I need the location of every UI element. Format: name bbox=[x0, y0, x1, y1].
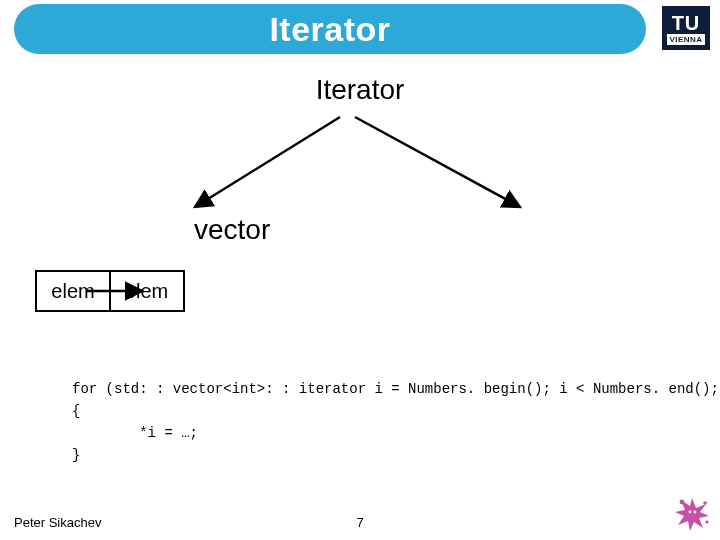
slide: Iterator TU VIENNA Iterator vector elem … bbox=[0, 0, 720, 540]
code-line: for (std: : vector<int>: : iterator i = … bbox=[72, 381, 720, 397]
vector-label: vector bbox=[194, 214, 270, 246]
title-bar: Iterator bbox=[14, 4, 646, 54]
svg-point-3 bbox=[680, 500, 685, 505]
code-block: for (std: : vector<int>: : iterator i = … bbox=[72, 378, 720, 466]
splat-icon bbox=[672, 494, 712, 534]
subtitle: Iterator bbox=[0, 74, 720, 106]
branch-arrows-icon bbox=[185, 112, 535, 212]
svg-point-5 bbox=[705, 520, 708, 523]
code-line: { bbox=[72, 403, 80, 419]
code-line: } bbox=[72, 447, 80, 463]
svg-line-0 bbox=[195, 117, 340, 207]
svg-point-6 bbox=[689, 511, 692, 514]
svg-line-1 bbox=[355, 117, 520, 207]
cell-arrow-icon bbox=[84, 281, 154, 303]
code-line: *i = …; bbox=[72, 425, 198, 441]
logo-top: TU bbox=[672, 14, 701, 32]
university-logo: TU VIENNA bbox=[662, 6, 710, 50]
slide-title: Iterator bbox=[269, 10, 390, 49]
svg-point-4 bbox=[703, 501, 707, 505]
svg-point-7 bbox=[694, 511, 697, 514]
logo-bottom: VIENNA bbox=[667, 34, 704, 45]
footer-page-number: 7 bbox=[0, 515, 720, 530]
